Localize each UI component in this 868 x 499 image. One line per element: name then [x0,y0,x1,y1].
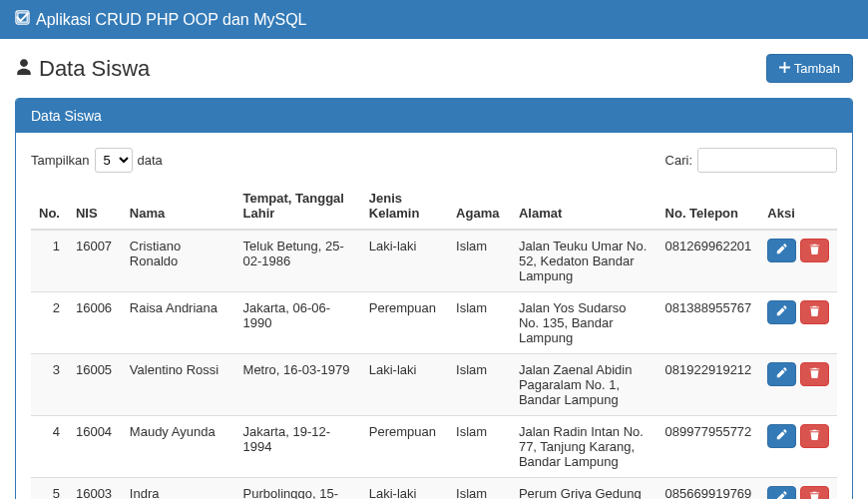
search-label: Cari: [665,153,692,168]
table-row: 516003Indra StyawantoroPurbolinggo, 15-0… [31,478,837,500]
cell-no: 4 [31,416,68,478]
panel: Data Siswa Tampilkan 5 data Cari: [15,98,853,499]
delete-button[interactable] [800,239,829,262]
trash-icon [809,429,820,443]
cell-no: 1 [31,230,68,292]
cell-nama: Indra Styawantoro [122,478,235,500]
cell-alamat: Jalan Teuku Umar No. 52, Kedaton Bandar … [511,230,657,292]
page-header: Data Siswa Tambah [15,54,853,83]
cell-ttl: Teluk Betung, 25-02-1986 [235,230,361,292]
cell-telepon: 081269962201 [657,230,760,292]
add-button[interactable]: Tambah [766,54,853,83]
cell-agama: Islam [448,478,511,500]
edit-button[interactable] [767,424,796,448]
cell-ttl: Metro, 16-03-1979 [235,354,361,416]
delete-button[interactable] [800,424,829,448]
length-control: Tampilkan 5 data [31,148,163,173]
cell-ttl: Jakarta, 06-06-1990 [235,292,361,354]
th-ttl[interactable]: Tempat, Tanggal Lahir [235,183,361,230]
cell-telepon: 089977955772 [657,416,760,478]
th-aksi: Aksi [759,183,837,230]
length-select[interactable]: 5 [95,148,133,173]
edit-icon [776,491,787,499]
datatable-controls: Tampilkan 5 data Cari: [31,148,837,173]
cell-nama: Raisa Andriana [122,292,235,354]
cell-agama: Islam [448,292,511,354]
table-row: 416004Maudy AyundaJakarta, 19-12-1994Per… [31,416,837,478]
table-header-row: No. NIS Nama Tempat, Tanggal Lahir Jenis… [31,183,837,230]
add-button-label: Tambah [794,61,840,76]
edit-button[interactable] [767,300,796,324]
cell-nis: 16005 [68,354,122,416]
th-nama[interactable]: Nama [122,183,235,230]
cell-aksi [759,478,837,500]
length-suffix: data [138,153,163,168]
search-input[interactable] [697,148,837,173]
cell-jk: Laki-laki [361,478,448,500]
cell-no: 5 [31,478,68,500]
trash-icon [809,305,820,319]
th-alamat[interactable]: Alamat [511,183,657,230]
cell-nama: Cristiano Ronaldo [122,230,235,292]
data-table: No. NIS Nama Tempat, Tanggal Lahir Jenis… [31,183,837,499]
cell-agama: Islam [448,230,511,292]
cell-telepon: 081922919212 [657,354,760,416]
navbar-title: Aplikasi CRUD PHP OOP dan MySQL [36,11,307,29]
trash-icon [809,367,820,381]
search-control: Cari: [665,148,837,173]
th-agama[interactable]: Agama [448,183,511,230]
delete-button[interactable] [800,362,829,386]
cell-alamat: Perum Griya Gedung Meneng Blok C2 No. 2,… [511,478,657,500]
edit-button[interactable] [767,486,796,499]
cell-aksi [759,230,837,292]
cell-telepon: 085669919769 [657,478,760,500]
delete-button[interactable] [800,300,829,324]
cell-jk: Laki-laki [361,354,448,416]
th-no[interactable]: No. [31,183,68,230]
th-nis[interactable]: NIS [68,183,122,230]
cell-nis: 16004 [68,416,122,478]
cell-aksi [759,354,837,416]
edit-icon [776,305,787,319]
th-jk[interactable]: Jenis Kelamin [361,183,448,230]
cell-alamat: Jalan Yos Sudarso No. 135, Bandar Lampun… [511,292,657,354]
edit-icon [776,367,787,381]
cell-alamat: Jalan Radin Intan No. 77, Tanjung Karang… [511,416,657,478]
length-prefix: Tampilkan [31,153,90,168]
cell-nis: 16003 [68,478,122,500]
page-title: Data Siswa [15,56,150,82]
cell-no: 3 [31,354,68,416]
delete-button[interactable] [800,486,829,499]
table-row: 216006Raisa AndrianaJakarta, 06-06-1990P… [31,292,837,354]
cell-nis: 16007 [68,230,122,292]
edit-button[interactable] [767,362,796,386]
check-icon [15,10,30,29]
cell-no: 2 [31,292,68,354]
trash-icon [809,491,820,499]
edit-icon [776,429,787,443]
cell-nis: 16006 [68,292,122,354]
cell-jk: Perempuan [361,416,448,478]
cell-nama: Valentino Rossi [122,354,235,416]
cell-telepon: 081388955767 [657,292,760,354]
cell-agama: Islam [448,354,511,416]
panel-heading: Data Siswa [16,99,852,133]
cell-agama: Islam [448,416,511,478]
cell-jk: Laki-laki [361,230,448,292]
edit-button[interactable] [767,239,796,262]
navbar: Aplikasi CRUD PHP OOP dan MySQL [0,0,868,39]
cell-aksi [759,292,837,354]
page-title-text: Data Siswa [39,56,150,82]
th-telepon[interactable]: No. Telepon [657,183,760,230]
plus-icon [779,61,790,76]
cell-nama: Maudy Ayunda [122,416,235,478]
cell-jk: Perempuan [361,292,448,354]
cell-ttl: Purbolinggo, 15-05-1991 [235,478,361,500]
cell-aksi [759,416,837,478]
cell-ttl: Jakarta, 19-12-1994 [235,416,361,478]
trash-icon [809,244,820,257]
table-row: 316005Valentino RossiMetro, 16-03-1979La… [31,354,837,416]
user-icon [15,56,33,82]
cell-alamat: Jalan Zaenal Abidin Pagaralam No. 1, Ban… [511,354,657,416]
edit-icon [776,244,787,257]
